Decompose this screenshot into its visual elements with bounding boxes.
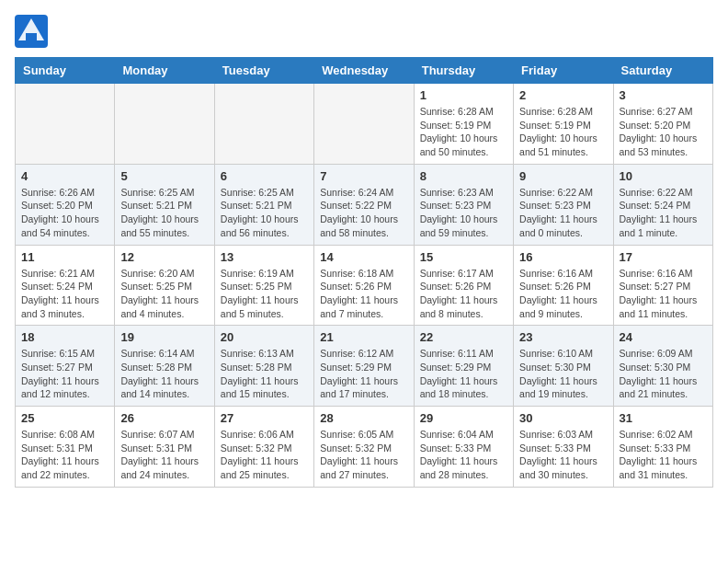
day-number: 29 xyxy=(420,411,507,425)
day-info: Sunrise: 6:16 AM Sunset: 5:27 PM Dayligh… xyxy=(620,267,707,321)
day-info: Sunrise: 6:25 AM Sunset: 5:21 PM Dayligh… xyxy=(120,186,208,240)
calendar-cell: 9Sunrise: 6:22 AM Sunset: 5:23 PM Daylig… xyxy=(514,164,613,245)
calendar-cell: 17Sunrise: 6:16 AM Sunset: 5:27 PM Dayli… xyxy=(613,245,712,326)
calendar-cell: 24Sunrise: 6:09 AM Sunset: 5:30 PM Dayli… xyxy=(613,326,712,407)
calendar-cell: 7Sunrise: 6:24 AM Sunset: 5:22 PM Daylig… xyxy=(314,164,414,245)
calendar-cell: 27Sunrise: 6:06 AM Sunset: 5:32 PM Dayli… xyxy=(214,407,313,488)
day-number: 26 xyxy=(120,411,208,425)
day-info: Sunrise: 6:22 AM Sunset: 5:24 PM Dayligh… xyxy=(620,186,707,240)
day-number: 22 xyxy=(420,330,507,344)
day-number: 27 xyxy=(221,411,308,425)
weekday-header-row: SundayMondayTuesdayWednesdayThursdayFrid… xyxy=(16,58,713,84)
day-number: 30 xyxy=(519,411,607,425)
day-number: 14 xyxy=(320,250,407,264)
day-number: 2 xyxy=(519,88,607,102)
day-info: Sunrise: 6:17 AM Sunset: 5:26 PM Dayligh… xyxy=(420,267,507,321)
weekday-header-tuesday: Tuesday xyxy=(214,58,313,84)
calendar-cell: 12Sunrise: 6:20 AM Sunset: 5:25 PM Dayli… xyxy=(115,245,214,326)
day-info: Sunrise: 6:18 AM Sunset: 5:26 PM Dayligh… xyxy=(320,267,407,321)
day-number: 25 xyxy=(21,411,108,425)
weekday-header-friday: Friday xyxy=(514,58,613,84)
day-info: Sunrise: 6:25 AM Sunset: 5:21 PM Dayligh… xyxy=(221,186,308,240)
day-number: 10 xyxy=(620,169,707,183)
calendar-cell: 4Sunrise: 6:26 AM Sunset: 5:20 PM Daylig… xyxy=(16,164,115,245)
calendar-week-2: 4Sunrise: 6:26 AM Sunset: 5:20 PM Daylig… xyxy=(16,164,713,245)
calendar-table: SundayMondayTuesdayWednesdayThursdayFrid… xyxy=(15,57,713,488)
day-number: 21 xyxy=(320,330,407,344)
calendar-cell: 5Sunrise: 6:25 AM Sunset: 5:21 PM Daylig… xyxy=(115,164,214,245)
day-number: 31 xyxy=(620,411,707,425)
calendar-cell: 29Sunrise: 6:04 AM Sunset: 5:33 PM Dayli… xyxy=(414,407,513,488)
calendar-cell: 31Sunrise: 6:02 AM Sunset: 5:33 PM Dayli… xyxy=(613,407,712,488)
calendar-cell: 11Sunrise: 6:21 AM Sunset: 5:24 PM Dayli… xyxy=(16,245,115,326)
day-number: 11 xyxy=(21,250,108,264)
calendar-cell xyxy=(214,84,313,165)
day-number: 17 xyxy=(620,250,707,264)
day-info: Sunrise: 6:28 AM Sunset: 5:19 PM Dayligh… xyxy=(519,105,607,159)
weekday-header-monday: Monday xyxy=(115,58,214,84)
calendar-cell: 28Sunrise: 6:05 AM Sunset: 5:32 PM Dayli… xyxy=(314,407,414,488)
day-info: Sunrise: 6:20 AM Sunset: 5:25 PM Dayligh… xyxy=(120,267,208,321)
calendar-cell: 22Sunrise: 6:11 AM Sunset: 5:29 PM Dayli… xyxy=(414,326,513,407)
weekday-header-saturday: Saturday xyxy=(613,58,712,84)
day-number: 15 xyxy=(420,250,507,264)
day-info: Sunrise: 6:23 AM Sunset: 5:23 PM Dayligh… xyxy=(420,186,507,240)
calendar-cell: 2Sunrise: 6:28 AM Sunset: 5:19 PM Daylig… xyxy=(514,84,613,165)
day-info: Sunrise: 6:12 AM Sunset: 5:29 PM Dayligh… xyxy=(320,347,407,401)
logo xyxy=(15,15,51,48)
day-info: Sunrise: 6:02 AM Sunset: 5:33 PM Dayligh… xyxy=(620,428,707,482)
day-info: Sunrise: 6:27 AM Sunset: 5:20 PM Dayligh… xyxy=(620,105,707,159)
weekday-header-wednesday: Wednesday xyxy=(314,58,414,84)
calendar-cell: 16Sunrise: 6:16 AM Sunset: 5:26 PM Dayli… xyxy=(514,245,613,326)
day-number: 3 xyxy=(620,88,707,102)
calendar-cell: 26Sunrise: 6:07 AM Sunset: 5:31 PM Dayli… xyxy=(115,407,214,488)
day-info: Sunrise: 6:07 AM Sunset: 5:31 PM Dayligh… xyxy=(120,428,208,482)
day-info: Sunrise: 6:06 AM Sunset: 5:32 PM Dayligh… xyxy=(221,428,308,482)
day-number: 6 xyxy=(221,169,308,183)
calendar-cell: 25Sunrise: 6:08 AM Sunset: 5:31 PM Dayli… xyxy=(16,407,115,488)
calendar-cell: 19Sunrise: 6:14 AM Sunset: 5:28 PM Dayli… xyxy=(115,326,214,407)
day-number: 24 xyxy=(620,330,707,344)
day-number: 9 xyxy=(519,169,607,183)
day-info: Sunrise: 6:09 AM Sunset: 5:30 PM Dayligh… xyxy=(620,347,707,401)
day-info: Sunrise: 6:15 AM Sunset: 5:27 PM Dayligh… xyxy=(21,347,108,401)
day-number: 18 xyxy=(21,330,108,344)
calendar-cell xyxy=(16,84,115,165)
day-number: 28 xyxy=(320,411,407,425)
day-number: 4 xyxy=(21,169,108,183)
day-info: Sunrise: 6:26 AM Sunset: 5:20 PM Dayligh… xyxy=(21,186,108,240)
day-info: Sunrise: 6:08 AM Sunset: 5:31 PM Dayligh… xyxy=(21,428,108,482)
weekday-header-thursday: Thursday xyxy=(414,58,513,84)
calendar-cell: 1Sunrise: 6:28 AM Sunset: 5:19 PM Daylig… xyxy=(414,84,513,165)
calendar-week-4: 18Sunrise: 6:15 AM Sunset: 5:27 PM Dayli… xyxy=(16,326,713,407)
calendar-cell: 8Sunrise: 6:23 AM Sunset: 5:23 PM Daylig… xyxy=(414,164,513,245)
calendar-cell: 20Sunrise: 6:13 AM Sunset: 5:28 PM Dayli… xyxy=(214,326,313,407)
day-number: 16 xyxy=(519,250,607,264)
svg-rect-2 xyxy=(26,33,37,40)
calendar-cell: 10Sunrise: 6:22 AM Sunset: 5:24 PM Dayli… xyxy=(613,164,712,245)
day-number: 13 xyxy=(221,250,308,264)
calendar-cell: 15Sunrise: 6:17 AM Sunset: 5:26 PM Dayli… xyxy=(414,245,513,326)
calendar-cell xyxy=(115,84,214,165)
calendar-week-1: 1Sunrise: 6:28 AM Sunset: 5:19 PM Daylig… xyxy=(16,84,713,165)
day-info: Sunrise: 6:13 AM Sunset: 5:28 PM Dayligh… xyxy=(221,347,308,401)
calendar-week-3: 11Sunrise: 6:21 AM Sunset: 5:24 PM Dayli… xyxy=(16,245,713,326)
day-info: Sunrise: 6:21 AM Sunset: 5:24 PM Dayligh… xyxy=(21,267,108,321)
day-number: 5 xyxy=(120,169,208,183)
day-info: Sunrise: 6:04 AM Sunset: 5:33 PM Dayligh… xyxy=(420,428,507,482)
day-number: 19 xyxy=(120,330,208,344)
day-info: Sunrise: 6:28 AM Sunset: 5:19 PM Dayligh… xyxy=(420,105,507,159)
logo-icon xyxy=(15,15,48,48)
day-info: Sunrise: 6:14 AM Sunset: 5:28 PM Dayligh… xyxy=(120,347,208,401)
calendar-cell: 6Sunrise: 6:25 AM Sunset: 5:21 PM Daylig… xyxy=(214,164,313,245)
day-number: 20 xyxy=(221,330,308,344)
day-number: 23 xyxy=(519,330,607,344)
calendar-cell xyxy=(314,84,414,165)
day-number: 7 xyxy=(320,169,407,183)
day-info: Sunrise: 6:11 AM Sunset: 5:29 PM Dayligh… xyxy=(420,347,507,401)
day-info: Sunrise: 6:24 AM Sunset: 5:22 PM Dayligh… xyxy=(320,186,407,240)
page-header xyxy=(15,15,713,48)
calendar-cell: 14Sunrise: 6:18 AM Sunset: 5:26 PM Dayli… xyxy=(314,245,414,326)
calendar-week-5: 25Sunrise: 6:08 AM Sunset: 5:31 PM Dayli… xyxy=(16,407,713,488)
calendar-cell: 13Sunrise: 6:19 AM Sunset: 5:25 PM Dayli… xyxy=(214,245,313,326)
